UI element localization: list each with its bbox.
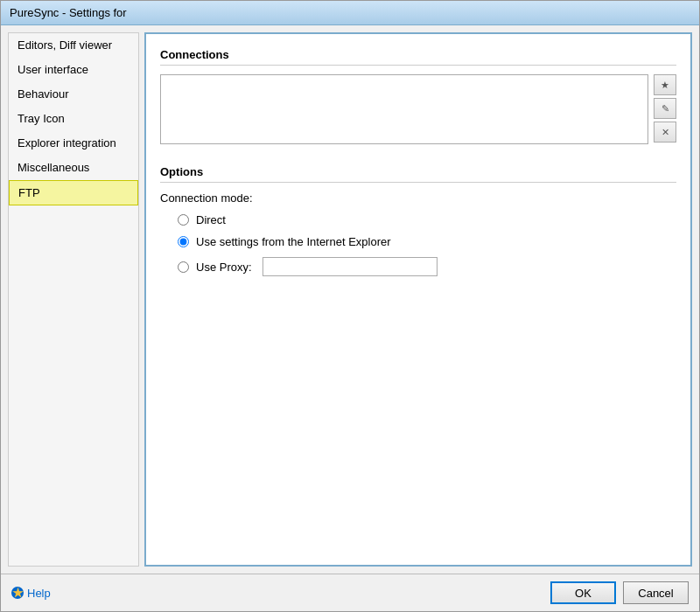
footer-buttons: OK Cancel bbox=[550, 581, 689, 604]
connections-buttons: ★ ✎ ✕ bbox=[654, 74, 676, 144]
proxy-input[interactable] bbox=[262, 257, 438, 276]
radio-group: Direct Use settings from the Internet Ex… bbox=[160, 213, 676, 276]
sidebar-item-explorer-integration[interactable]: Explorer integration bbox=[9, 131, 138, 156]
delete-icon: ✕ bbox=[662, 127, 669, 138]
radio-item-use-proxy: Use Proxy: bbox=[178, 257, 676, 276]
radio-ie-settings[interactable] bbox=[178, 236, 189, 247]
radio-item-direct: Direct bbox=[178, 213, 676, 226]
sidebar-item-tray-icon[interactable]: Tray Icon bbox=[9, 107, 138, 131]
help-label: Help bbox=[27, 587, 51, 600]
edit-icon: ✎ bbox=[662, 103, 669, 115]
connection-mode-label: Connection mode: bbox=[160, 191, 676, 205]
radio-use-proxy[interactable] bbox=[178, 261, 189, 273]
help-link[interactable]: ★ Help bbox=[11, 587, 51, 600]
help-icon: ★ bbox=[11, 587, 24, 599]
radio-item-ie-settings: Use settings from the Internet Explorer bbox=[178, 235, 676, 248]
add-icon: ★ bbox=[661, 80, 669, 91]
connections-title: Connections bbox=[160, 48, 676, 66]
sidebar-item-miscellaneous[interactable]: Miscellaneous bbox=[9, 156, 138, 180]
connections-list[interactable] bbox=[160, 74, 648, 144]
radio-ie-settings-label[interactable]: Use settings from the Internet Explorer bbox=[196, 235, 391, 248]
radio-direct[interactable] bbox=[178, 214, 189, 226]
connections-box: ★ ✎ ✕ bbox=[160, 74, 676, 144]
delete-connection-button[interactable]: ✕ bbox=[654, 122, 676, 143]
content-area: Connections ★ ✎ ✕ bbox=[144, 32, 692, 567]
window-title: PureSync - Settings for bbox=[10, 6, 127, 19]
main-content: Editors, Diff viewer User interface Beha… bbox=[1, 25, 699, 574]
radio-use-proxy-label[interactable]: Use Proxy: bbox=[196, 261, 252, 274]
add-connection-button[interactable]: ★ bbox=[654, 74, 676, 95]
footer: ★ Help OK Cancel bbox=[1, 574, 699, 611]
edit-connection-button[interactable]: ✎ bbox=[654, 98, 676, 119]
sidebar-item-user-interface[interactable]: User interface bbox=[9, 58, 138, 82]
main-window: PureSync - Settings for Editors, Diff vi… bbox=[0, 0, 700, 612]
connections-section: Connections ★ ✎ ✕ bbox=[160, 48, 676, 144]
sidebar-item-editors-diff-viewer[interactable]: Editors, Diff viewer bbox=[9, 33, 138, 58]
radio-direct-label[interactable]: Direct bbox=[196, 213, 226, 226]
title-bar: PureSync - Settings for bbox=[1, 1, 699, 25]
ok-button[interactable]: OK bbox=[550, 581, 616, 604]
sidebar: Editors, Diff viewer User interface Beha… bbox=[8, 32, 139, 567]
options-section: Options Connection mode: Direct Use sett… bbox=[160, 165, 676, 276]
options-title: Options bbox=[160, 165, 676, 183]
sidebar-item-behaviour[interactable]: Behaviour bbox=[9, 82, 138, 107]
sidebar-item-ftp[interactable]: FTP bbox=[9, 180, 138, 205]
cancel-button[interactable]: Cancel bbox=[623, 581, 689, 604]
